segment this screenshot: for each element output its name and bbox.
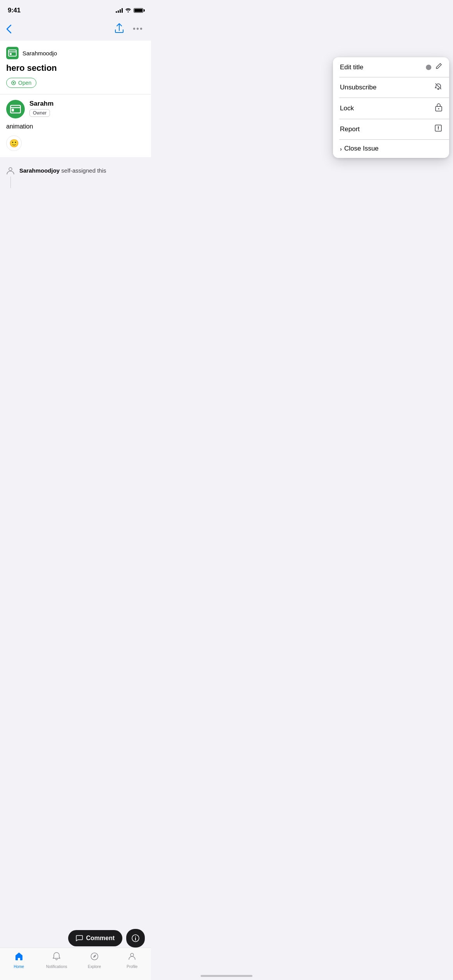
issue-body: animation	[6, 123, 145, 130]
activity-item: Sarahmoodjoy self-assigned this	[6, 166, 145, 188]
emoji-button[interactable]: 🙂	[6, 135, 22, 151]
status-time: 9:41	[8, 7, 21, 14]
author-badge: Owner	[29, 109, 50, 117]
wifi-icon	[125, 7, 131, 14]
issue-content-section: Sarahmoodjo hero section Open	[0, 41, 151, 94]
signal-icon	[116, 8, 123, 13]
activity-line	[6, 166, 15, 188]
svg-rect-5	[12, 109, 14, 111]
author-section: Sarahm Owner animation 🙂	[0, 94, 151, 157]
share-button[interactable]	[113, 22, 125, 36]
status-icons	[116, 7, 143, 14]
project-name: Sarahmoodjo	[22, 50, 57, 57]
svg-point-6	[9, 168, 12, 171]
emoji-row: 🙂	[6, 135, 145, 151]
battery-icon	[134, 8, 143, 13]
more-button[interactable]: •••	[131, 23, 145, 35]
author-row: Sarahm Owner	[6, 100, 145, 118]
status-bar: 9:41	[0, 0, 151, 19]
back-button[interactable]	[6, 24, 19, 34]
issue-status-badge: Open	[6, 78, 36, 88]
svg-point-3	[13, 82, 14, 84]
issue-title: hero section	[6, 63, 145, 73]
svg-rect-1	[10, 53, 12, 55]
open-status-icon	[11, 81, 16, 85]
activity-section: Sarahmoodjoy self-assigned this	[0, 157, 151, 194]
nav-actions: •••	[113, 22, 145, 36]
author-name: Sarahm	[29, 100, 145, 108]
activity-username: Sarahmoodjoy	[19, 167, 60, 174]
project-avatar	[6, 47, 19, 59]
author-info: Sarahm Owner	[29, 100, 145, 117]
activity-text: Sarahmoodjoy self-assigned this	[19, 166, 106, 175]
nav-bar: •••	[0, 19, 151, 41]
svg-rect-0	[9, 50, 16, 56]
issue-header: Sarahmoodjo	[6, 47, 145, 59]
user-activity-icon	[6, 166, 15, 175]
author-avatar	[6, 100, 25, 118]
